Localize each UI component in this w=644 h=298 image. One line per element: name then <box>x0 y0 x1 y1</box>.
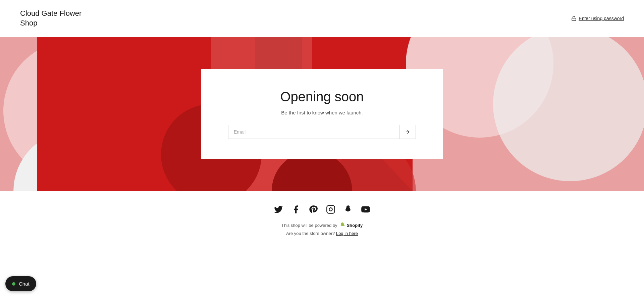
submit-email-button[interactable] <box>399 125 416 139</box>
email-form <box>228 125 416 139</box>
chat-label: Chat <box>19 281 30 287</box>
pinterest-icon[interactable] <box>309 205 318 214</box>
hero-section: Opening soon Be the first to know when w… <box>0 37 644 191</box>
shopify-icon <box>339 222 345 228</box>
youtube-icon[interactable] <box>361 205 370 214</box>
shopify-logo: Shopify <box>339 222 363 228</box>
email-input[interactable] <box>228 125 399 139</box>
owner-text: Are you the store owner? Log in here <box>7 231 637 236</box>
login-link[interactable]: Log in here <box>336 231 358 236</box>
facebook-icon[interactable] <box>291 205 301 214</box>
chat-online-indicator <box>12 282 15 286</box>
svg-rect-19 <box>327 205 334 213</box>
opening-title: Opening soon <box>228 89 416 104</box>
instagram-icon[interactable] <box>326 205 335 214</box>
opening-subtitle: Be the first to know when we launch. <box>228 110 416 115</box>
store-title: Cloud Gate Flower Shop <box>20 9 94 28</box>
powered-by-text: This shop will be powered by Shopify <box>7 222 637 228</box>
snapchat-icon[interactable] <box>343 205 353 214</box>
arrow-right-icon <box>405 129 410 135</box>
svg-rect-0 <box>572 18 576 20</box>
social-icons <box>7 205 637 214</box>
lock-icon <box>571 16 577 21</box>
opening-card: Opening soon Be the first to know when w… <box>201 69 443 159</box>
site-header: Cloud Gate Flower Shop Enter using passw… <box>0 0 644 37</box>
chat-bubble[interactable]: Chat <box>5 276 36 291</box>
site-footer: This shop will be powered by Shopify Are… <box>0 191 644 243</box>
password-link[interactable]: Enter using password <box>571 16 624 21</box>
password-link-label: Enter using password <box>579 16 624 21</box>
twitter-icon[interactable] <box>274 205 283 214</box>
